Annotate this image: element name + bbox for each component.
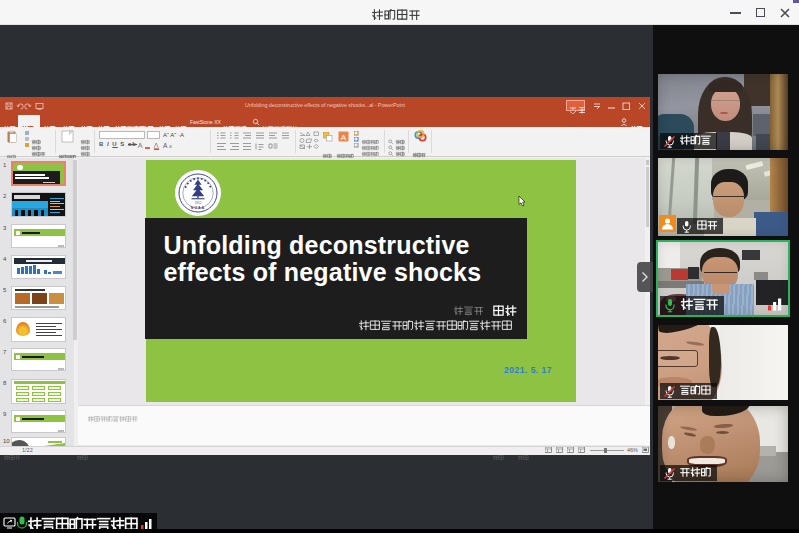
svg-text:a: a — [169, 143, 172, 149]
svg-text:NUAA: NUAA — [191, 206, 205, 210]
svg-text:1952: 1952 — [195, 201, 202, 205]
svg-text:A: A — [163, 142, 168, 149]
svg-text:A: A — [341, 133, 347, 142]
